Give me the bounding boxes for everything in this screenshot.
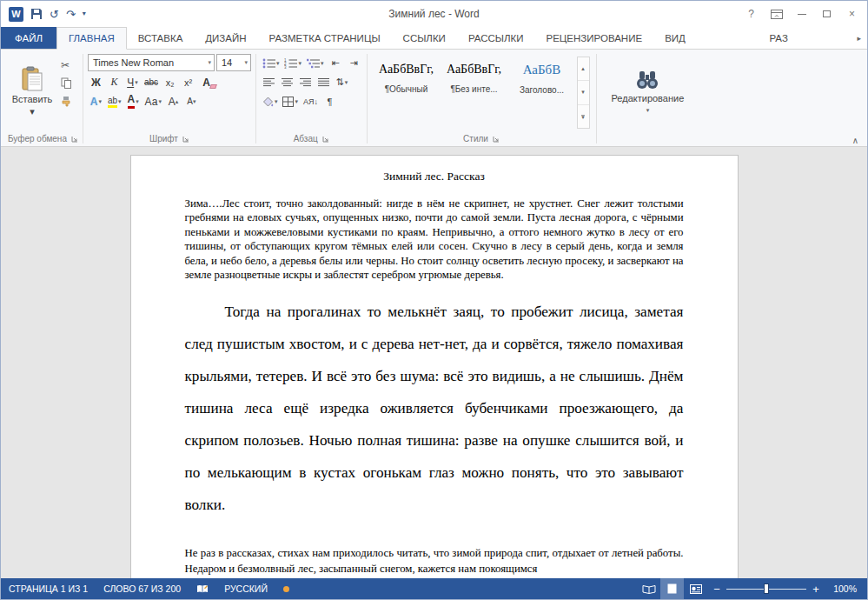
group-label-paragraph: Абзац	[294, 134, 318, 143]
style-preview: АаБбВвГг,	[447, 63, 501, 77]
document-page[interactable]: Зимний лес. Рассказ Зима….Лес стоит, точ…	[130, 155, 739, 578]
tab-mailings[interactable]: РАССЫЛКИ	[457, 27, 535, 49]
borders-icon	[282, 97, 294, 107]
page-indicator[interactable]: СТРАНИЦА 1 ИЗ 1	[1, 578, 96, 599]
clear-formatting-button[interactable]: А	[198, 74, 215, 90]
font-color-button[interactable]: А▾	[125, 93, 142, 110]
proofing-status-button[interactable]	[189, 578, 216, 599]
highlight-color-button[interactable]: ab▾	[106, 93, 123, 110]
tab-file[interactable]: ФАЙЛ	[1, 27, 56, 49]
numbering-button[interactable]: 123 ▾	[282, 55, 303, 71]
save-icon	[30, 8, 43, 20]
styles-more-button[interactable]: ▾	[578, 105, 589, 128]
help-button[interactable]: ?	[739, 3, 764, 24]
superscript-icon: x²	[184, 77, 192, 88]
shrink-font-button[interactable]: А▾	[183, 93, 200, 110]
read-mode-button[interactable]	[637, 578, 660, 599]
print-layout-button[interactable]	[660, 578, 684, 599]
align-right-button[interactable]	[297, 74, 314, 90]
collapse-ribbon-icon: ∧	[852, 136, 858, 145]
group-styles: АаБбВвГг, ¶Обычный АаБбВвГг, ¶Без инте..…	[368, 51, 596, 146]
dialog-launcher-styles[interactable]	[493, 136, 500, 143]
underline-button[interactable]: Ч▾	[124, 74, 141, 90]
shading-button[interactable]: ▾	[261, 93, 280, 110]
zoom-slider-thumb[interactable]	[764, 583, 769, 594]
increase-indent-button[interactable]: ⇥	[346, 55, 362, 71]
tab-view[interactable]: ВИД	[653, 27, 697, 49]
zoom-level[interactable]: 100%	[825, 583, 867, 594]
line-spacing-button[interactable]: ⇅▾	[334, 74, 350, 90]
undo-button[interactable]: ↺	[50, 9, 59, 20]
caret-down-icon: ▾	[135, 79, 138, 86]
tab-developer-truncated[interactable]: РАЗ	[758, 27, 789, 49]
dialog-launcher-font[interactable]	[182, 136, 189, 143]
tab-insert[interactable]: ВСТАВКА	[127, 27, 195, 49]
zoom-slider[interactable]	[726, 578, 806, 599]
language-indicator[interactable]: РУССКИЙ	[216, 578, 275, 599]
redo-button[interactable]: ↷	[66, 9, 76, 20]
save-button[interactable]	[30, 8, 43, 20]
styles-scroll-down-button[interactable]: ▾	[578, 81, 589, 104]
dialog-launcher-clipboard[interactable]	[71, 136, 78, 143]
tab-references[interactable]: ССЫЛКИ	[392, 27, 457, 49]
align-left-button[interactable]	[261, 74, 277, 90]
style-heading1[interactable]: АаБбВ Заголово...	[509, 54, 575, 131]
justify-button[interactable]	[315, 74, 332, 90]
text-effects-button[interactable]: А▾	[88, 93, 104, 110]
grow-font-button[interactable]: А▴	[165, 93, 182, 110]
paste-button[interactable]: Вставить ▾	[8, 52, 56, 131]
tab-page-layout[interactable]: РАЗМЕТКА СТРАНИЦЫ	[258, 27, 392, 49]
copy-icon	[61, 77, 72, 89]
qat-customize-button[interactable]: ▾	[83, 10, 86, 17]
style-no-spacing[interactable]: АаБбВвГг, ¶Без инте...	[441, 54, 507, 131]
strikethrough-button[interactable]: abc	[142, 74, 160, 90]
cut-button[interactable]: ✂	[59, 57, 74, 72]
tab-design[interactable]: ДИЗАЙН	[194, 27, 257, 49]
maximize-button[interactable]	[814, 3, 839, 24]
bold-button[interactable]: Ж	[88, 74, 104, 90]
tab-home[interactable]: ГЛАВНАЯ	[56, 27, 127, 50]
sort-icon: АЯ↓	[303, 97, 318, 106]
document-area: Зимний лес. Рассказ Зима….Лес стоит, точ…	[1, 147, 867, 578]
zoom-in-button[interactable]: +	[806, 578, 825, 599]
word-logo-icon[interactable]: W	[9, 7, 23, 22]
italic-button[interactable]: К	[106, 74, 123, 90]
dialog-launcher-paragraph[interactable]	[322, 136, 329, 143]
decrease-indent-button[interactable]: ⇤	[328, 55, 344, 71]
styles-scroll-up-button[interactable]: ▴	[578, 57, 589, 81]
print-layout-icon	[667, 583, 677, 594]
title-bar: W ↺ ↷ ▾ Зимний лес - Word ? ×	[1, 1, 867, 27]
bullets-button[interactable]: ▾	[261, 55, 282, 71]
collapse-ribbon-button[interactable]: ∧	[852, 136, 858, 145]
word-count-indicator[interactable]: СЛОВО 67 ИЗ 200	[96, 578, 189, 599]
show-formatting-marks-button[interactable]: ¶	[321, 93, 338, 110]
group-paragraph: ▾ 123 ▾ ▾ ⇤ ⇥	[256, 51, 367, 146]
editing-menu-button[interactable]: Редактирование ▾	[601, 65, 695, 119]
borders-button[interactable]: ▾	[281, 93, 300, 110]
format-painter-button[interactable]	[59, 94, 74, 109]
tab-scroll-right-button[interactable]: ▸	[851, 27, 867, 49]
find-binoculars-icon	[636, 70, 659, 90]
subscript-button[interactable]: x₂	[162, 74, 178, 90]
caret-up-icon: ▴	[176, 98, 179, 105]
close-button[interactable]: ×	[839, 3, 865, 24]
change-case-button[interactable]: Аа▾	[143, 93, 163, 110]
font-size-combo[interactable]: 14 ▾	[216, 54, 251, 71]
caret-down-icon: ▾	[275, 98, 278, 105]
clear-formatting-icon: А	[202, 77, 210, 89]
ribbon-display-options-button[interactable]	[764, 3, 789, 24]
italic-icon: К	[110, 76, 117, 89]
superscript-button[interactable]: x²	[180, 74, 196, 90]
web-layout-button[interactable]	[684, 578, 707, 599]
style-normal[interactable]: АаБбВвГг, ¶Обычный	[374, 54, 440, 131]
zoom-out-button[interactable]: −	[707, 578, 726, 599]
group-label-styles: Стили	[463, 134, 488, 143]
tab-review[interactable]: РЕЦЕНЗИРОВАНИЕ	[535, 27, 654, 49]
multilevel-list-button[interactable]: ▾	[305, 55, 326, 71]
align-center-button[interactable]	[279, 74, 295, 90]
font-size-value: 14	[222, 57, 232, 68]
copy-button[interactable]	[59, 76, 74, 90]
minimize-button[interactable]	[789, 3, 814, 24]
sort-button[interactable]: АЯ↓	[301, 93, 320, 110]
font-name-combo[interactable]: Times New Roman ▾	[88, 54, 215, 71]
